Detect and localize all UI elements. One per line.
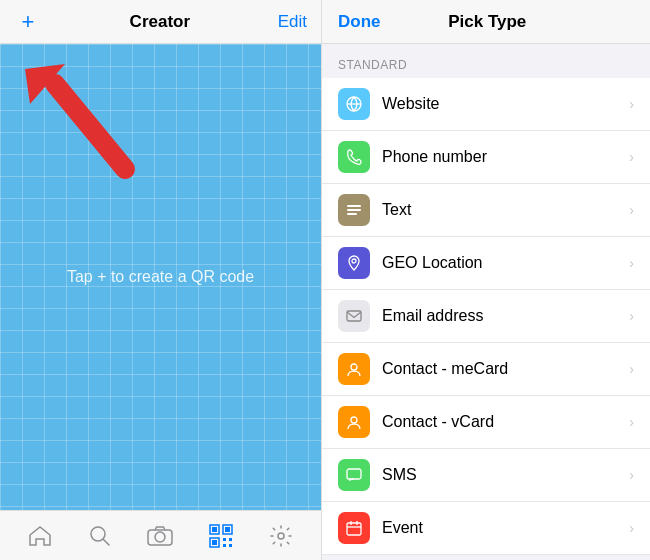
svg-rect-13 <box>223 538 226 541</box>
item-label: Email address <box>382 307 483 325</box>
tab-bar <box>0 510 321 560</box>
item-label: SMS <box>382 466 417 484</box>
chevron-right-icon: › <box>629 414 634 430</box>
svg-rect-27 <box>347 469 361 479</box>
list-item[interactable]: Contact - vCard› <box>322 396 650 449</box>
svg-rect-28 <box>347 523 361 535</box>
qr-canvas: Tap + to create a QR code <box>0 44 321 510</box>
chevron-right-icon: › <box>629 467 634 483</box>
svg-rect-16 <box>229 544 232 547</box>
item-label: Phone number <box>382 148 487 166</box>
item-icon-website <box>338 88 370 120</box>
section-header-1: SPECIAL <box>322 555 650 560</box>
item-icon-phone-number <box>338 141 370 173</box>
list-item[interactable]: Website› <box>322 78 650 131</box>
list-item[interactable]: Email address› <box>322 290 650 343</box>
left-title: Creator <box>130 12 190 32</box>
svg-point-17 <box>278 533 284 539</box>
svg-rect-21 <box>347 209 361 211</box>
pick-type-title: Pick Type <box>448 12 526 32</box>
svg-rect-10 <box>225 527 230 532</box>
chevron-right-icon: › <box>629 202 634 218</box>
item-label: Event <box>382 519 423 537</box>
svg-rect-15 <box>223 544 226 547</box>
item-icon-text <box>338 194 370 226</box>
item-icon-email-address <box>338 300 370 332</box>
list-item[interactable]: Contact - meCard› <box>322 343 650 396</box>
add-button[interactable]: + <box>14 8 42 36</box>
list-item[interactable]: Phone number› <box>322 131 650 184</box>
type-list: STANDARDWebsite›Phone number›Text›GEO Lo… <box>322 44 650 560</box>
chevron-right-icon: › <box>629 361 634 377</box>
chevron-right-icon: › <box>629 520 634 536</box>
list-item[interactable]: SMS› <box>322 449 650 502</box>
svg-rect-14 <box>229 538 232 541</box>
item-label: Website <box>382 95 440 113</box>
settings-tab[interactable] <box>266 521 296 551</box>
qr-tab[interactable] <box>206 521 236 551</box>
left-panel: + Creator Edit Tap + to create a QR code <box>0 0 322 560</box>
svg-point-6 <box>155 532 165 542</box>
item-label: GEO Location <box>382 254 483 272</box>
home-tab[interactable] <box>25 521 55 551</box>
tap-hint: Tap + to create a QR code <box>67 268 254 286</box>
right-panel: Done Pick Type STANDARDWebsite›Phone num… <box>322 0 650 560</box>
item-icon-contact---vcard <box>338 406 370 438</box>
svg-rect-24 <box>347 311 361 321</box>
left-header: + Creator Edit <box>0 0 321 44</box>
chevron-right-icon: › <box>629 255 634 271</box>
red-arrow-icon <box>10 54 140 184</box>
item-icon-sms <box>338 459 370 491</box>
item-icon-event <box>338 512 370 544</box>
item-label: Contact - meCard <box>382 360 508 378</box>
list-item[interactable]: GEO Location› <box>322 237 650 290</box>
svg-point-23 <box>352 259 356 263</box>
svg-point-26 <box>351 417 357 423</box>
list-item[interactable]: Text› <box>322 184 650 237</box>
svg-rect-22 <box>347 213 357 215</box>
section-header-0: STANDARD <box>322 44 650 78</box>
svg-rect-12 <box>212 540 217 545</box>
item-label: Contact - vCard <box>382 413 494 431</box>
chevron-right-icon: › <box>629 149 634 165</box>
right-header: Done Pick Type <box>322 0 650 44</box>
camera-tab[interactable] <box>145 521 175 551</box>
item-icon-geo-location <box>338 247 370 279</box>
svg-rect-8 <box>212 527 217 532</box>
item-label: Text <box>382 201 411 219</box>
search-tab[interactable] <box>85 521 115 551</box>
item-icon-contact---mecard <box>338 353 370 385</box>
svg-line-2 <box>55 84 125 169</box>
svg-line-4 <box>103 539 109 545</box>
edit-button[interactable]: Edit <box>278 12 307 32</box>
done-button[interactable]: Done <box>338 12 381 32</box>
chevron-right-icon: › <box>629 96 634 112</box>
svg-point-25 <box>351 364 357 370</box>
svg-rect-20 <box>347 205 361 207</box>
chevron-right-icon: › <box>629 308 634 324</box>
list-item[interactable]: Event› <box>322 502 650 555</box>
